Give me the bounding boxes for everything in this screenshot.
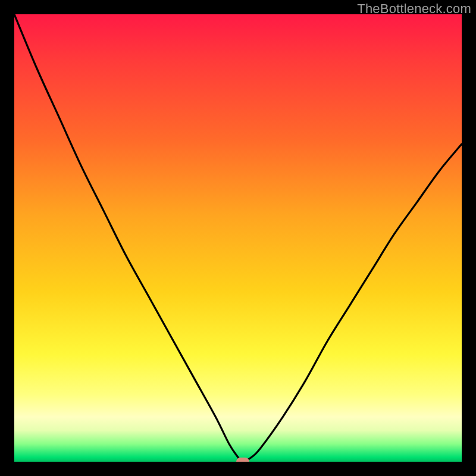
chart-frame bbox=[14, 14, 462, 462]
plot-area bbox=[14, 14, 462, 462]
optimum-marker bbox=[236, 458, 249, 462]
bottleneck-curve bbox=[14, 14, 462, 462]
